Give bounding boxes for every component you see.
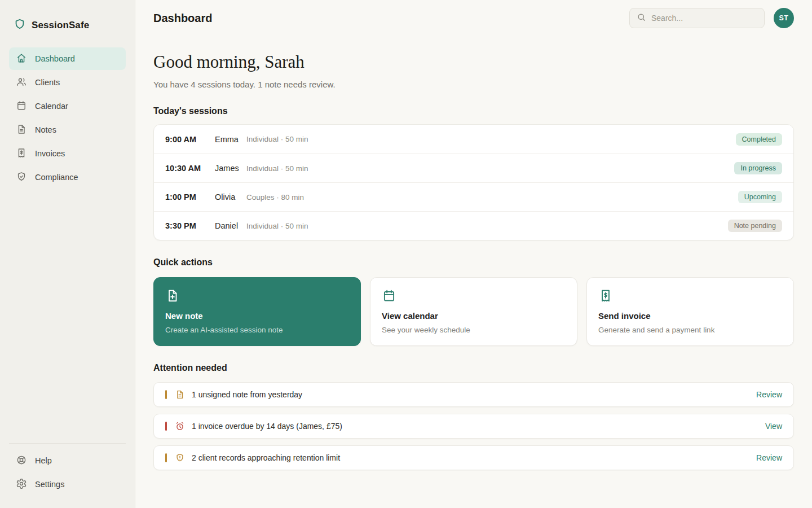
session-time: 10:30 AM [165, 164, 215, 173]
session-row[interactable]: 3:30 PM Daniel Individual · 50 min Note … [154, 211, 793, 240]
sidebar-item-compliance[interactable]: Compliance [9, 166, 126, 189]
sidebar-item-label: Clients [35, 78, 60, 87]
quick-action-subtitle: See your weekly schedule [382, 326, 566, 334]
view-calendar-card[interactable]: View calendar See your weekly schedule [370, 277, 577, 346]
app-name: SessionSafe [32, 20, 89, 31]
session-time: 3:30 PM [165, 221, 215, 230]
shield-logo-icon [14, 18, 26, 33]
attention-item-retention-limit: 2 client records approaching retention l… [153, 445, 794, 470]
sidebar: SessionSafe Dashboard Clients Calendar N… [0, 0, 135, 508]
session-meta: Individual · 50 min [246, 222, 308, 230]
greeting-subtitle: You have 4 sessions today. 1 note needs … [153, 80, 794, 89]
session-row[interactable]: 9:00 AM Emma Individual · 50 min Complet… [154, 125, 793, 154]
sidebar-item-label: Settings [35, 480, 64, 489]
life-buoy-icon [16, 454, 27, 467]
session-row[interactable]: 1:00 PM Olivia Couples · 80 min Upcoming [154, 182, 793, 211]
home-icon [16, 52, 27, 65]
quick-action-subtitle: Create an AI-assisted session note [165, 326, 349, 334]
calendar-icon [16, 100, 27, 113]
status-badge: Completed [736, 133, 782, 146]
sidebar-item-invoices[interactable]: Invoices [9, 142, 126, 165]
sidebar-item-label: Invoices [35, 149, 65, 158]
greeting: Good morning, Sarah You have 4 sessions … [153, 52, 794, 89]
avatar[interactable]: ST [774, 8, 794, 28]
session-client: Emma [215, 135, 246, 144]
attention-text: 1 unsigned note from yesterday [192, 390, 302, 399]
sidebar-footer: Help Settings [9, 443, 126, 508]
quick-action-title: New note [165, 311, 349, 321]
session-meta: Couples · 80 min [246, 193, 304, 202]
quick-action-title: View calendar [382, 311, 566, 321]
sidebar-item-help[interactable]: Help [9, 449, 126, 472]
severity-bar [165, 453, 167, 462]
sidebar-item-dashboard[interactable]: Dashboard [9, 47, 126, 70]
sessions-heading: Today's sessions [153, 106, 794, 116]
session-client: James [215, 164, 246, 173]
attention-text: 2 client records approaching retention l… [192, 453, 340, 462]
send-invoice-card[interactable]: Send invoice Generate and send a payment… [586, 277, 794, 346]
session-meta: Individual · 50 min [246, 164, 308, 173]
view-link[interactable]: View [765, 422, 782, 431]
session-client: Olivia [215, 192, 246, 202]
shield-alert-icon [175, 453, 185, 463]
app-logo: SessionSafe [9, 0, 126, 47]
status-badge: In progress [734, 162, 782, 174]
status-badge: Upcoming [738, 191, 782, 203]
file-plus-icon [165, 295, 180, 305]
attention-list: 1 unsigned note from yesterday Review 1 … [153, 382, 794, 470]
shield-check-icon [16, 171, 27, 184]
receipt-icon [16, 147, 27, 160]
sidebar-item-label: Notes [35, 125, 56, 134]
sidebar-item-label: Calendar [35, 102, 68, 111]
review-link[interactable]: Review [756, 390, 782, 399]
sidebar-item-notes[interactable]: Notes [9, 119, 126, 141]
topbar-right: ST [629, 8, 794, 28]
attention-heading: Attention needed [153, 363, 794, 373]
sidebar-item-clients[interactable]: Clients [9, 71, 126, 94]
topbar: Dashboard ST [153, 8, 794, 28]
search-input[interactable] [651, 14, 757, 23]
session-client: Daniel [215, 221, 246, 230]
quick-action-title: Send invoice [598, 311, 782, 321]
status-badge: Note pending [728, 220, 782, 232]
session-row[interactable]: 10:30 AM James Individual · 50 min In pr… [154, 154, 793, 182]
sidebar-nav: Dashboard Clients Calendar Notes Invoice… [9, 47, 126, 189]
sidebar-item-label: Dashboard [35, 54, 75, 63]
review-link[interactable]: Review [756, 453, 782, 462]
search-box[interactable] [629, 8, 765, 28]
severity-bar [165, 390, 167, 399]
sidebar-item-label: Help [35, 456, 52, 465]
quick-actions: New note Create an AI-assisted session n… [153, 277, 794, 346]
main-content: Dashboard ST Good morning, Sarah You hav… [135, 0, 812, 508]
alarm-clock-icon [175, 421, 185, 431]
sidebar-item-label: Compliance [35, 173, 78, 182]
file-text-icon [16, 124, 27, 137]
severity-bar [165, 422, 167, 431]
users-icon [16, 76, 27, 89]
greeting-title: Good morning, Sarah [153, 52, 794, 72]
quick-action-subtitle: Generate and send a payment link [598, 326, 782, 334]
quick-actions-heading: Quick actions [153, 257, 794, 268]
attention-item-overdue-invoice: 1 invoice overdue by 14 days (James, £75… [153, 414, 794, 439]
sidebar-item-calendar[interactable]: Calendar [9, 95, 126, 117]
session-time: 9:00 AM [165, 135, 215, 144]
session-time: 1:00 PM [165, 192, 215, 202]
calendar-icon [382, 295, 396, 305]
page-title: Dashboard [153, 12, 212, 25]
attention-text: 1 invoice overdue by 14 days (James, £75… [192, 422, 342, 431]
search-icon [637, 12, 646, 24]
session-meta: Individual · 50 min [246, 135, 308, 143]
sessions-card: 9:00 AM Emma Individual · 50 min Complet… [153, 124, 794, 240]
attention-item-unsigned-note: 1 unsigned note from yesterday Review [153, 382, 794, 407]
file-text-icon [175, 389, 185, 400]
gear-icon [16, 478, 27, 491]
sidebar-item-settings[interactable]: Settings [9, 473, 126, 496]
receipt-icon [598, 295, 613, 305]
new-note-card[interactable]: New note Create an AI-assisted session n… [153, 277, 361, 346]
